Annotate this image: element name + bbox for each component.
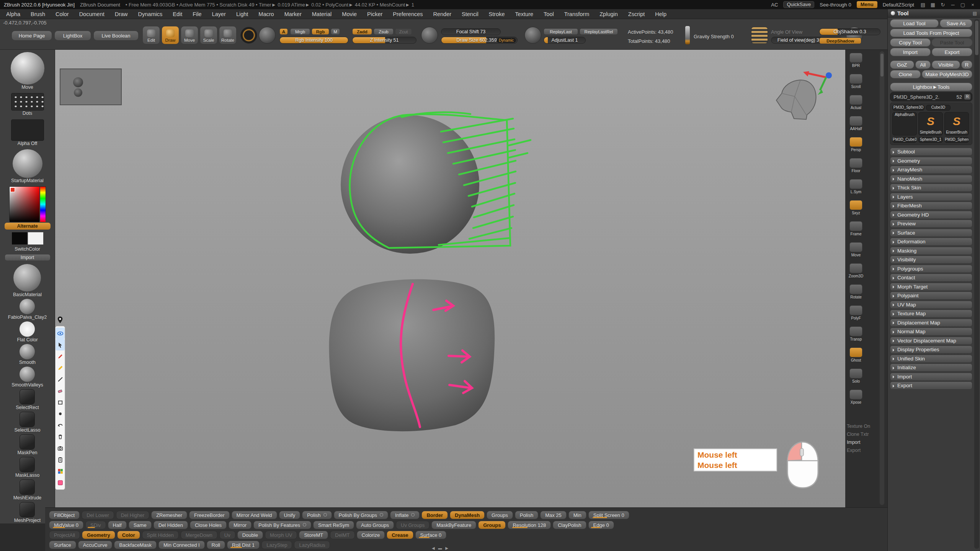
tray-button[interactable]: Resolution 128 bbox=[508, 521, 551, 529]
export-button[interactable]: Export bbox=[932, 48, 972, 56]
angle-of-view-icon[interactable] bbox=[751, 27, 768, 44]
goz-r-button[interactable]: R bbox=[961, 60, 973, 69]
tray-button[interactable]: Close Holes bbox=[190, 521, 227, 529]
strip-scrollbar[interactable] bbox=[880, 51, 884, 505]
active-color-swatch[interactable] bbox=[56, 477, 65, 488]
subpalette-header[interactable]: Surface bbox=[890, 229, 972, 237]
menu-item[interactable]: Picker bbox=[367, 11, 382, 17]
tray-button[interactable]: Groups bbox=[478, 521, 506, 529]
tool-palette-header[interactable]: Tool ▤ bbox=[888, 9, 980, 18]
tray-button[interactable]: Unify bbox=[279, 511, 301, 519]
adjust-last-slider[interactable]: AdjustLast 1 bbox=[544, 37, 586, 44]
tray-button[interactable]: Roll Dist 1 bbox=[227, 541, 260, 549]
shape-tool-icon[interactable] bbox=[56, 396, 65, 408]
tool-thumbnail[interactable]: Sphere3D_1 bbox=[918, 137, 943, 143]
goz-visible-button[interactable]: Visible bbox=[932, 60, 960, 69]
right-shelf-button[interactable]: PolyF bbox=[845, 302, 867, 323]
secondary-color-swatch[interactable] bbox=[28, 232, 44, 245]
tool-thumbnail[interactable]: Cube3D bbox=[926, 105, 951, 111]
see-through-slider[interactable]: See-through 0 bbox=[820, 2, 851, 8]
right-shelf-button[interactable]: BPR bbox=[845, 50, 867, 71]
tray-button[interactable]: Mirror bbox=[229, 521, 252, 529]
menu-item[interactable]: Alpha bbox=[6, 11, 20, 17]
tray-button[interactable]: Border bbox=[421, 511, 448, 519]
tray-button[interactable]: MidValue 0 bbox=[49, 521, 83, 529]
current-brush-thumbnail[interactable] bbox=[11, 52, 44, 85]
tray-button[interactable]: Surface bbox=[49, 541, 76, 549]
draw-size-slider[interactable]: Draw Size 602.35998 Dynamic bbox=[441, 37, 518, 44]
tray-button[interactable]: Double bbox=[237, 531, 263, 539]
menu-item[interactable]: Stencil bbox=[462, 11, 479, 17]
dynamic-toggle[interactable]: Dynamic bbox=[497, 38, 516, 43]
pin-icon[interactable] bbox=[55, 315, 65, 325]
tray-button[interactable]: Polish bbox=[302, 511, 332, 519]
tray-button[interactable]: Polish bbox=[515, 511, 538, 519]
tray-button[interactable]: DelMT bbox=[330, 531, 354, 539]
right-shelf-button[interactable]: Transp bbox=[845, 323, 867, 344]
subpalette-header[interactable]: Polygroups bbox=[890, 265, 972, 273]
copy-tool-button[interactable]: Copy Tool bbox=[890, 38, 931, 47]
tray-button[interactable]: StoreMT bbox=[299, 531, 328, 539]
sidebar-item[interactable]: SmoothValleys bbox=[11, 367, 43, 388]
rgb-intensity-slider[interactable]: Rgb Intensity 100 bbox=[279, 37, 348, 44]
current-tool-r[interactable]: R bbox=[964, 94, 970, 99]
dock-icon[interactable]: ▤ bbox=[973, 11, 977, 16]
tool-thumbnail[interactable]: S EraserBrush bbox=[944, 112, 969, 135]
screenshot-icon[interactable] bbox=[56, 442, 65, 454]
trash-icon[interactable] bbox=[56, 431, 65, 442]
document-canvas[interactable] bbox=[55, 50, 845, 507]
apps-grid-icon[interactable]: ▤ bbox=[920, 2, 926, 8]
dot-tool-icon[interactable] bbox=[56, 408, 65, 419]
edit-button[interactable]: Edit bbox=[142, 26, 160, 44]
tray-button[interactable]: Del Hidden bbox=[154, 521, 188, 529]
z-intensity-slider[interactable]: Z Intensity 51 bbox=[352, 37, 416, 44]
sidebar-item[interactable]: BasicMaterial bbox=[13, 264, 42, 298]
tray-button[interactable]: Smart ReSym bbox=[313, 521, 354, 529]
menu-item[interactable]: Brush bbox=[31, 11, 45, 17]
menu-item[interactable]: Edit bbox=[173, 11, 182, 17]
tray-button[interactable]: Min bbox=[568, 511, 586, 519]
load-tool-button[interactable]: Load Tool bbox=[890, 19, 939, 28]
subpalette-header[interactable]: Deformation bbox=[890, 238, 972, 246]
menu-item[interactable]: Material bbox=[312, 11, 332, 17]
right-shelf-button[interactable]: Move bbox=[845, 239, 867, 260]
goz-button[interactable]: GoZ bbox=[890, 60, 914, 69]
right-shelf-button[interactable]: Scroll bbox=[845, 71, 867, 92]
zcut-button[interactable]: Zcut bbox=[395, 28, 412, 35]
panel-scrollbar[interactable] bbox=[974, 19, 979, 549]
a-toggle[interactable]: A bbox=[279, 28, 288, 35]
right-shelf-button[interactable]: Frame bbox=[845, 218, 867, 239]
pencil-icon[interactable] bbox=[56, 350, 65, 362]
eye-icon[interactable] bbox=[56, 328, 65, 339]
hue-strip[interactable] bbox=[40, 187, 46, 222]
tool-thumbnail[interactable]: PM3D_Cube3D bbox=[892, 137, 917, 143]
refresh-icon[interactable]: ↻ bbox=[939, 2, 946, 8]
current-material-thumbnail[interactable] bbox=[13, 149, 42, 178]
subpalette-header[interactable]: UV Map bbox=[890, 301, 972, 309]
obj-shadow-slider[interactable]: ObjShadow 0.3 bbox=[819, 28, 880, 35]
m-button[interactable]: M bbox=[331, 28, 340, 35]
sidebar-item[interactable]: SelectLasso bbox=[14, 412, 40, 433]
color-palette-icon[interactable] bbox=[56, 465, 65, 477]
highlighter-icon[interactable] bbox=[56, 362, 65, 373]
mrgb-button[interactable]: Mrgb bbox=[290, 28, 310, 35]
viewport[interactable]: Mouse left Mouse left bbox=[55, 50, 845, 507]
current-tool-slot[interactable]: PM3D_Sphere3D_2. 52 R bbox=[890, 92, 972, 101]
tray-button[interactable]: LazyRadius bbox=[294, 541, 330, 549]
color-picker[interactable] bbox=[9, 186, 46, 220]
switch-color-button[interactable]: SwitchColor bbox=[15, 246, 40, 252]
focal-shift-slider[interactable]: Focal Shift 73 bbox=[441, 28, 501, 35]
subpalette-header[interactable]: Initialize bbox=[890, 364, 972, 372]
menu-item[interactable]: Dynamics bbox=[138, 11, 163, 17]
tool-thumbnail[interactable]: S SimpleBrush bbox=[918, 112, 943, 135]
menu-item[interactable]: Texture bbox=[515, 11, 534, 17]
lightbox-tools-button[interactable]: Lightbox►Tools bbox=[890, 83, 972, 91]
tray-button[interactable]: Crease bbox=[387, 531, 413, 539]
right-shelf-button[interactable]: Xpose bbox=[845, 386, 867, 408]
menu-item[interactable]: Macro bbox=[258, 11, 274, 17]
subpalette-header[interactable]: Geometry bbox=[890, 157, 972, 165]
menu-item[interactable]: Marker bbox=[284, 11, 302, 17]
material-preview-icon[interactable] bbox=[259, 27, 276, 44]
sidebar-item[interactable]: FabioPaiva_Clay2 bbox=[8, 299, 47, 320]
tray-button[interactable]: Inflate bbox=[390, 511, 420, 519]
